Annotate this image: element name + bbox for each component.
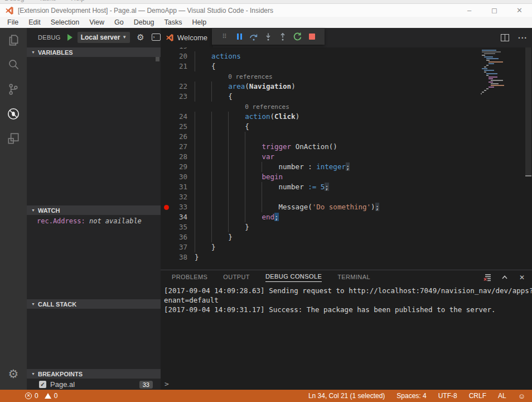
code-line[interactable]: 30 begin [161,172,532,182]
gutter[interactable]: 27 [161,142,195,152]
debug-icon[interactable] [0,102,27,126]
line-content[interactable]: } [195,222,532,232]
gutter[interactable]: 26 [161,132,195,142]
code-line[interactable]: 24 action(Click) [161,112,532,122]
line-content[interactable]: { [195,122,532,132]
code-line[interactable]: 38} [161,252,532,262]
breakpoint-row[interactable]: ✓ Page.al 33 [27,379,161,390]
maximize-panel-icon[interactable] [500,273,509,282]
gutter[interactable] [161,102,195,112]
line-content[interactable]: begin [195,172,532,182]
line-content[interactable]: action(Click) [195,112,532,122]
code-line[interactable]: 35 } [161,222,532,232]
codelens-row[interactable]: 0 references [161,102,532,112]
split-editor-icon[interactable] [501,34,509,41]
extensions-icon[interactable] [0,126,27,151]
gutter[interactable]: 20 [161,51,195,61]
code-line[interactable]: 20 actions [161,51,532,61]
panel-tab-debug-console[interactable]: DEBUG CONSOLE [265,273,322,282]
code-line[interactable]: 31 number := 5; [161,182,532,192]
menu-help[interactable]: Help [187,18,212,26]
breakpoint-checkbox[interactable]: ✓ [39,381,46,388]
watch-section-header[interactable]: ▼ WATCH [27,205,161,215]
gutter[interactable]: 21 [161,61,195,71]
gear-icon[interactable]: ⚙ [0,368,27,380]
feedback-smiley-icon[interactable]: ☺ [518,392,525,400]
cursor-position-status[interactable]: Ln 34, Col 21 (1 selected) [308,392,385,400]
minimap[interactable] [481,50,524,95]
code-line[interactable]: 36 } [161,232,532,242]
open-console-icon[interactable]: › [152,34,161,41]
menu-debug[interactable]: Debug [129,18,159,26]
line-content[interactable]: trigger OnAction() [195,142,532,152]
line-content[interactable] [195,192,532,202]
code-line[interactable]: 29 number : integer; [161,162,532,172]
watch-expression-row[interactable]: rec.Address: not available [37,217,142,225]
gutter[interactable]: 28 [161,152,195,162]
eol-status[interactable]: CRLF [469,392,486,400]
line-content[interactable] [195,132,532,142]
menu-selection[interactable]: Selection [46,18,84,26]
code-line[interactable]: 32 [161,192,532,202]
debug-config-dropdown[interactable]: Local server ▼ [78,32,130,43]
gutter[interactable]: 33 [161,202,195,212]
code-line[interactable]: 26 [161,132,532,142]
indentation-status[interactable]: Spaces: 4 [396,392,426,400]
problems-status[interactable]: ✕ 0 0 [25,392,57,400]
encoding-status[interactable]: UTF-8 [438,392,457,400]
tab-welcome[interactable]: Welcome [161,28,213,47]
line-content[interactable]: } [195,232,532,242]
debug-console-input-prompt[interactable]: > [165,380,169,388]
close-panel-icon[interactable]: ✕ [518,273,526,282]
step-over-button[interactable] [246,31,261,43]
files-icon[interactable] [0,28,27,52]
breakpoints-section-header[interactable]: ▼ BREAKPOINTS [27,369,161,379]
code-line[interactable]: 33 Message('Do something'); [161,202,532,212]
gutter[interactable]: 29 [161,162,195,172]
code-line[interactable]: 19 [161,47,532,51]
minimize-button[interactable]: – [457,4,482,17]
panel-tab-output[interactable]: OUTPUT [223,274,250,282]
code-editor[interactable]: 1920 actions21 { 0 references22 area(Nav… [161,47,532,270]
step-into-button[interactable] [261,31,275,43]
clear-console-icon[interactable] [483,273,492,282]
line-content[interactable]: number : integer; [195,162,532,172]
codelens-references[interactable]: 0 references [228,73,272,80]
code-line[interactable]: 21 { [161,61,532,71]
more-actions-icon[interactable]: ··· [518,34,528,42]
gutter[interactable]: 30 [161,172,195,182]
menu-edit[interactable]: Edit [23,18,46,26]
code-line[interactable]: 23 { [161,92,532,102]
gutter[interactable]: 35 [161,222,195,232]
breakpoint-dot-icon[interactable] [164,205,169,210]
line-content[interactable]: end; [195,212,532,222]
codelens-row[interactable]: 0 references [161,71,532,82]
gutter[interactable]: 22 [161,82,195,92]
gutter[interactable]: 23 [161,92,195,102]
gutter[interactable]: 38 [161,252,195,262]
gutter[interactable] [161,71,195,82]
code-line[interactable]: 34 end; [161,212,532,222]
scrollbar-thumb[interactable] [525,47,531,176]
line-content[interactable]: var [195,152,532,162]
gutter[interactable]: 34 [161,212,195,222]
variables-section-header[interactable]: ▼ VARIABLES [27,47,161,57]
panel-tab-problems[interactable]: PROBLEMS [172,274,207,282]
restart-button[interactable] [290,31,304,43]
configure-gear-icon[interactable]: ⚙ [137,32,144,42]
step-out-button[interactable] [275,31,290,43]
line-content[interactable]: number := 5; [195,182,532,192]
stop-button[interactable] [304,31,319,43]
pause-button[interactable] [232,31,246,43]
menu-view[interactable]: View [84,18,109,26]
code-line[interactable]: 37 } [161,242,532,252]
start-debug-icon[interactable] [67,34,72,41]
code-line[interactable]: 28 var [161,152,532,162]
search-icon[interactable] [0,52,27,77]
close-button[interactable]: ✕ [507,4,532,17]
menu-tasks[interactable]: Tasks [159,18,187,26]
gutter[interactable]: 36 [161,232,195,242]
panel-tab-terminal[interactable]: TERMINAL [337,274,370,282]
line-content[interactable]: } [195,252,532,262]
menu-file[interactable]: File [2,18,23,26]
